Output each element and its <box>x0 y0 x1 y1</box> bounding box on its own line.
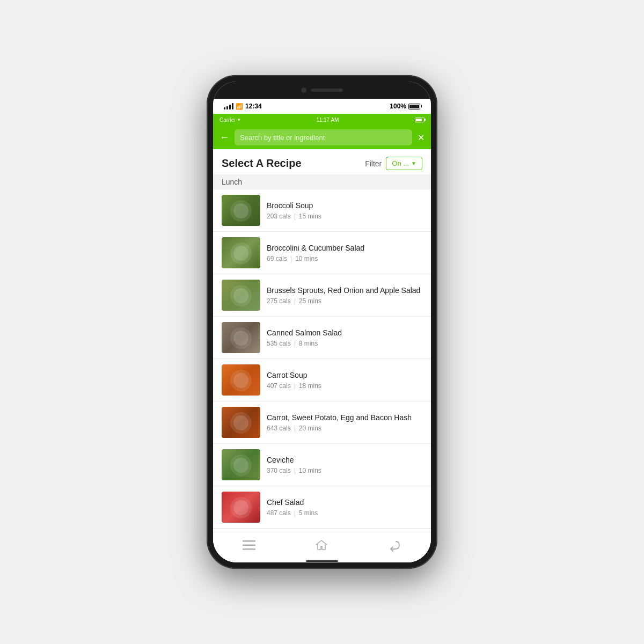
recipe-time: 25 mins <box>299 297 321 305</box>
meta-separator: | <box>294 509 296 517</box>
svg-point-11 <box>233 415 248 430</box>
recipe-thumbnail <box>222 195 260 226</box>
recipe-time: 18 mins <box>299 382 321 390</box>
svg-point-9 <box>233 373 248 388</box>
recipe-item[interactable]: Broccolini & Cucumber Salad69 cals|10 mi… <box>213 232 431 274</box>
filter-arrow-icon: ▼ <box>411 160 416 166</box>
recipe-item[interactable]: Chef Salad487 cals|5 mins <box>213 486 431 529</box>
recipe-item[interactable]: Ceviche370 cals|10 mins <box>213 444 431 486</box>
recipe-cals: 407 cals <box>267 382 291 390</box>
phone-notch <box>213 82 431 99</box>
recipe-meta: 69 cals|10 mins <box>267 255 422 262</box>
phone-bottom-bar <box>213 560 431 562</box>
svg-point-15 <box>233 500 248 515</box>
wifi-icon: 📶 <box>236 103 243 110</box>
recipe-cals: 203 cals <box>267 213 291 220</box>
section-header: Lunch <box>213 174 431 189</box>
search-placeholder: Search by title or ingredient <box>240 134 325 142</box>
recipe-time: 20 mins <box>299 425 321 432</box>
recipe-name: Chef Salad <box>267 497 422 507</box>
close-icon[interactable]: ✕ <box>418 133 425 143</box>
filter-value: On ... <box>392 159 409 167</box>
search-bar: ← Search by title or ingredient ✕ <box>213 126 431 149</box>
svg-rect-17 <box>243 544 255 546</box>
meta-separator: | <box>294 382 296 390</box>
home-indicator <box>306 560 338 562</box>
svg-point-5 <box>233 288 248 303</box>
recipe-cals: 643 cals <box>267 425 291 432</box>
recipe-info: Carrot, Sweet Potato, Egg and Bacon Hash… <box>267 413 422 432</box>
recipe-meta: 370 cals|10 mins <box>267 467 422 474</box>
meta-separator: | <box>294 467 296 474</box>
recipe-item[interactable]: Broccoli Soup203 cals|15 mins <box>213 189 431 232</box>
battery-icon <box>408 104 420 109</box>
recipe-thumbnail <box>222 407 260 438</box>
nav-menu-button[interactable] <box>243 540 255 550</box>
app-content: Carrier ▾ 11:17 AM ← Search by title or … <box>213 114 431 562</box>
recipe-time: 10 mins <box>299 467 321 474</box>
os-battery-text: 100% <box>390 103 406 110</box>
recipe-meta: 487 cals|5 mins <box>267 509 422 517</box>
meta-separator: | <box>294 297 296 305</box>
recipe-time: 10 mins <box>295 255 318 262</box>
recipe-info: Chef Salad487 cals|5 mins <box>267 497 422 517</box>
recipe-info: Broccoli Soup203 cals|15 mins <box>267 201 422 220</box>
svg-point-7 <box>233 331 248 346</box>
recipe-meta: 203 cals|15 mins <box>267 213 422 220</box>
filter-label: Filter <box>365 159 382 168</box>
meta-separator: | <box>290 255 292 262</box>
recipe-name: Canned Salmon Salad <box>267 328 422 338</box>
camera <box>301 87 306 93</box>
page-header: Select A Recipe Filter On ... ▼ <box>213 149 431 174</box>
recipe-name: Broccoli Soup <box>267 201 422 210</box>
recipe-thumbnail <box>222 492 260 523</box>
os-status-bar: 📶 12:34 100% <box>213 99 431 114</box>
recipe-cals: 370 cals <box>267 467 291 474</box>
recipe-info: Brussels Sprouts, Red Onion and Apple Sa… <box>267 286 422 305</box>
recipe-thumbnail <box>222 322 260 353</box>
os-status-right: 100% <box>390 103 420 110</box>
recipe-time: 15 mins <box>299 213 321 220</box>
meta-separator: | <box>294 213 296 220</box>
app-status-bar: Carrier ▾ 11:17 AM <box>213 114 431 126</box>
recipe-name: Broccolini & Cucumber Salad <box>267 243 422 253</box>
app-battery-icon <box>415 118 425 122</box>
recipe-item[interactable]: Carrot Soup407 cals|18 mins <box>213 359 431 401</box>
phone-device: 📶 12:34 100% Carrier ▾ 11:17 AM <box>207 75 437 569</box>
meta-separator: | <box>294 340 296 347</box>
nav-back-button[interactable] <box>387 539 401 552</box>
recipe-name: Brussels Sprouts, Red Onion and Apple Sa… <box>267 286 422 295</box>
recipe-cals: 275 cals <box>267 297 291 305</box>
filter-area: Filter On ... ▼ <box>365 157 422 170</box>
recipe-meta: 407 cals|18 mins <box>267 382 422 390</box>
recipe-name: Ceviche <box>267 455 422 465</box>
app-wifi-icon: ▾ <box>238 117 240 122</box>
nav-home-button[interactable] <box>315 539 328 552</box>
recipe-meta: 643 cals|20 mins <box>267 425 422 432</box>
meta-separator: | <box>294 425 296 432</box>
back-button[interactable]: ← <box>219 132 229 143</box>
search-input[interactable]: Search by title or ingredient <box>235 129 412 145</box>
recipe-item[interactable]: Canned Salmon Salad535 cals|8 mins <box>213 317 431 359</box>
recipe-cals: 487 cals <box>267 509 291 517</box>
recipe-meta: 535 cals|8 mins <box>267 340 422 347</box>
recipe-item[interactable]: Carrot, Sweet Potato, Egg and Bacon Hash… <box>213 401 431 444</box>
signal-icon <box>224 103 233 109</box>
svg-point-3 <box>233 246 248 261</box>
recipe-list[interactable]: Broccoli Soup203 cals|15 minsBroccolini … <box>213 189 431 532</box>
carrier-info: Carrier ▾ <box>219 117 240 123</box>
recipe-time: 8 mins <box>299 340 318 347</box>
page-title: Select A Recipe <box>222 157 302 170</box>
os-time: 12:34 <box>245 103 262 110</box>
phone-screen: 📶 12:34 100% Carrier ▾ 11:17 AM <box>213 82 431 562</box>
filter-button[interactable]: On ... ▼ <box>386 157 422 170</box>
bottom-nav <box>213 532 431 560</box>
app-time: 11:17 AM <box>316 117 339 123</box>
svg-point-13 <box>233 458 248 473</box>
recipe-item[interactable]: Brussels Sprouts, Red Onion and Apple Sa… <box>213 274 431 317</box>
svg-rect-18 <box>243 548 255 550</box>
speaker <box>311 89 343 92</box>
recipe-name: Carrot Soup <box>267 370 422 380</box>
svg-rect-16 <box>243 540 255 542</box>
os-status-left: 📶 12:34 <box>224 103 262 110</box>
